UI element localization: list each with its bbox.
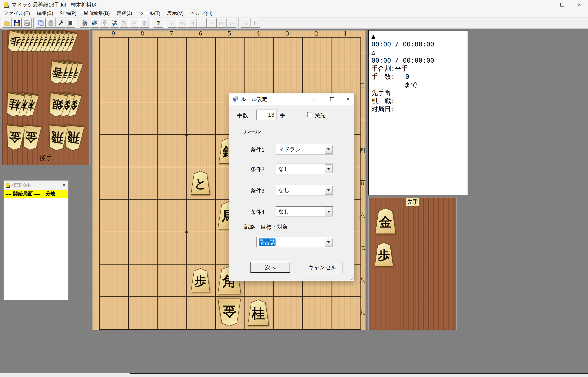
condition3-label: 条件3 [250,187,265,194]
strategy-combobox[interactable]: 最善詰 [256,237,333,247]
row-label: 四 [359,134,366,167]
condition3-value: なし [278,187,290,194]
row-label: 九 [359,296,366,329]
chevron-down-icon[interactable] [325,207,333,216]
branch-next-button[interactable]: |▷ [251,18,260,28]
wrench-icon [57,20,64,26]
column-label: 2 [302,30,331,37]
settings-button[interactable] [56,18,65,28]
shogi-piece[interactable]: 歩 [190,268,211,292]
go-first-button[interactable]: |◁ [168,18,177,28]
menu-edit[interactable]: 編集(E) [33,10,57,17]
kifu-start-row[interactable]: == 開始局面 == 分岐 [4,190,68,198]
pause-button[interactable]: □ [197,18,207,28]
paste-icon [48,20,54,26]
wait-button[interactable] [139,18,149,28]
shogi-piece[interactable]: 金 [4,125,26,151]
go-last-button[interactable]: ▷| [227,18,236,28]
star-point [185,134,188,136]
paste-button[interactable] [46,18,56,28]
strategy-value: 最善詰 [259,238,275,246]
shogi-piece[interactable]: 飛 [46,125,69,152]
shogi-piece[interactable]: と [190,171,211,195]
star-point [185,231,188,233]
piece-kanji: 金 [217,299,241,326]
gote-captured-panel: 歩歩歩歩歩歩歩歩歩歩歩歩歩香香香香桂桂桂銀銀銀金金飛飛 後手 [2,29,90,165]
dialog-minimize-button[interactable]: ─ [306,93,322,105]
shogi-piece[interactable]: 桂 [3,92,26,118]
help-button[interactable]: ? [154,18,163,28]
column-label: 9 [99,30,128,37]
branch-prev-button[interactable]: ◁| [241,18,250,28]
hint-button[interactable] [100,18,109,28]
menu-tools[interactable]: ツール(T) [136,10,164,17]
condition4-value: なし [278,208,290,215]
shogi-piece[interactable]: 金 [375,208,396,234]
menu-joseki[interactable]: 定跡(J) [113,10,136,17]
kifu-title: 棋譜 0手 [12,182,31,189]
tsume-button[interactable]: 詰 [110,18,119,28]
print-button[interactable] [22,18,32,28]
chevron-down-icon[interactable] [325,238,333,247]
save-button[interactable] [12,18,22,28]
handicap-checkbox[interactable] [307,112,312,117]
dialog-title: ルール設定 [241,96,267,103]
document-button[interactable] [66,18,75,28]
next-button[interactable]: 次へ [250,262,290,273]
interrupt-button[interactable]: 中 [130,18,139,28]
column-label: 5 [215,30,244,37]
condition1-dropdown[interactable]: マドラシ [276,144,333,154]
condition4-label: 条件4 [250,208,265,216]
gote-label: 後手 [39,153,52,162]
maximize-button[interactable] [554,0,571,9]
resume-button[interactable]: 継 [90,18,99,28]
toolbar-separator [151,18,152,28]
menu-view[interactable]: 表示(V) [164,10,187,17]
shogi-piece[interactable]: 桂 [247,300,270,326]
shogi-piece[interactable]: 歩 [374,242,394,266]
chevron-down-icon[interactable] [325,145,333,154]
application-window: マドラシ最善詰13手.kif - 柿木将棋IX ─ ✕ ファイル(F) 編集(E… [0,0,588,377]
back-10-button[interactable]: ◁◁ [177,18,187,28]
menu-file[interactable]: ファイル(F) [0,10,33,17]
window-title: マドラシ最善詰13手.kif - 柿木将棋IX [11,1,96,8]
resign-button[interactable]: 投 [120,18,129,28]
status-bar [0,373,588,377]
copy-button[interactable] [36,18,46,28]
new-game-button[interactable]: 新 [80,18,89,28]
hand-icon [141,20,148,26]
chevron-down-icon[interactable] [325,186,333,195]
toolbar-separator [77,18,78,28]
minimize-button[interactable]: ─ [536,0,554,9]
forward-10-button[interactable]: ▷▷ [217,18,226,28]
moves-input[interactable]: 13 [256,110,277,120]
maximize-icon [560,3,564,7]
menu-game[interactable]: 対局(P) [57,10,80,17]
piece-kanji: と [190,171,211,195]
forward-button[interactable]: ▷ [207,18,217,28]
condition1-value: マドラシ [278,146,301,153]
chevron-down-icon[interactable] [325,164,333,173]
condition4-dropdown[interactable]: なし [276,206,333,217]
condition1-label: 条件1 [250,146,265,153]
shogi-piece[interactable]: 金 [217,299,241,326]
condition2-value: なし [278,165,290,172]
cancel-button[interactable]: キャンセル [303,262,342,273]
menu-help[interactable]: ヘルプ(H) [187,10,216,17]
dialog-close-button[interactable]: ✕ [342,93,354,105]
resize-grip[interactable] [349,276,353,280]
close-button[interactable]: ✕ [571,0,588,9]
back-button[interactable]: ◁ [187,18,197,28]
menu-bar: ファイル(F) 編集(E) 対局(P) 局面編集(B) 定跡(J) ツール(T)… [0,9,588,17]
open-button[interactable] [2,18,12,28]
menu-board-edit[interactable]: 局面編集(B) [80,10,113,17]
open-folder-icon [4,20,10,26]
lightbulb-icon [102,20,107,26]
dialog-maximize-button[interactable] [324,93,340,105]
condition3-dropdown[interactable]: なし [276,185,333,195]
row-label: 六 [359,199,366,231]
shogi-piece[interactable]: 銀 [46,92,68,118]
title-bar: マドラシ最善詰13手.kif - 柿木将棋IX ─ ✕ [0,0,588,9]
kifu-close-button[interactable]: ✕ [62,182,66,188]
condition2-dropdown[interactable]: なし [276,164,333,174]
